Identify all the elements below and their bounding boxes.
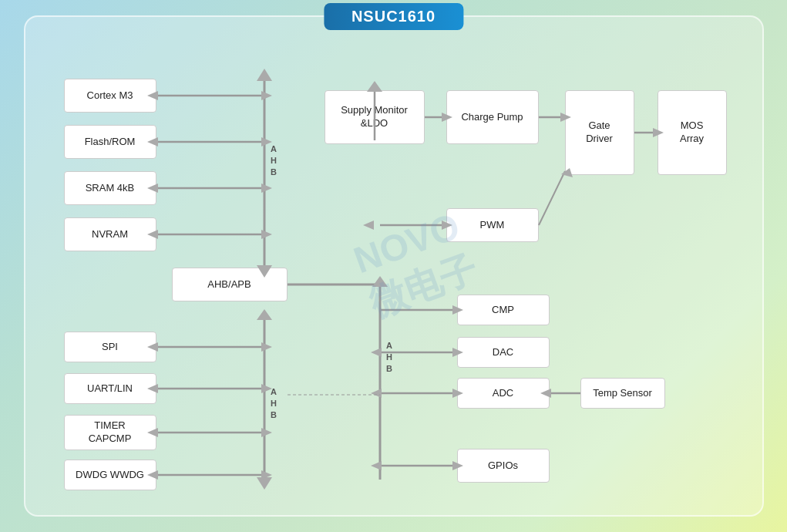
svg-text:A: A [271, 387, 277, 396]
temp-sensor-block: Temp Sensor [580, 378, 665, 409]
svg-marker-51 [371, 461, 382, 470]
timer-capcmp-block: TIMER CAPCMP [64, 415, 156, 450]
main-container: NSUC1610 NOVO微电子 Cortex M3 Flash/ROM SRA… [24, 15, 764, 517]
pwm-block: PWM [446, 208, 539, 242]
svg-text:B: B [271, 167, 277, 177]
svg-text:B: B [386, 364, 392, 373]
adc-block: ADC [457, 378, 550, 409]
svg-marker-8 [257, 69, 272, 81]
cmp-block: CMP [457, 295, 550, 325]
supply-monitor-block: Supply Monitor &LDO [325, 90, 425, 144]
svg-marker-26 [372, 276, 388, 287]
svg-line-38 [539, 171, 565, 225]
title-badge: NSUC1610 [324, 3, 463, 30]
sram-block: SRAM 4kB [64, 171, 156, 205]
svg-marker-61 [261, 342, 272, 352]
svg-marker-70 [261, 470, 272, 480]
nvram-block: NVRAM [64, 217, 156, 251]
svg-marker-11 [261, 91, 272, 100]
charge-pump-block: Charge Pump [446, 90, 539, 144]
svg-marker-17 [261, 184, 272, 193]
svg-marker-64 [261, 384, 272, 393]
svg-marker-20 [261, 230, 272, 239]
svg-marker-46 [371, 389, 382, 398]
dac-block: DAC [457, 337, 550, 368]
svg-text:A: A [386, 341, 392, 350]
svg-marker-36 [363, 221, 374, 230]
svg-marker-67 [261, 428, 272, 437]
svg-marker-58 [257, 477, 272, 490]
gpios-block: GPIOs [457, 449, 550, 483]
ahb-apb-block: AHB/APB [172, 268, 288, 301]
spi-block: SPI [64, 332, 156, 362]
svg-text:A: A [271, 144, 277, 153]
svg-text:H: H [271, 399, 277, 408]
svg-marker-57 [257, 309, 272, 320]
svg-marker-14 [261, 137, 272, 146]
svg-text:H: H [271, 156, 277, 165]
gate-driver-block: Gate Driver [565, 90, 634, 175]
flash-rom-block: Flash/ROM [64, 125, 156, 159]
svg-text:B: B [271, 410, 277, 419]
dwdg-wwdg-block: DWDG WWDG [64, 460, 156, 490]
svg-text:H: H [386, 352, 392, 362]
cortex-m3-block: Cortex M3 [64, 79, 156, 113]
mos-array-block: MOS Array [658, 90, 727, 175]
uart-lin-block: UART/LIN [64, 373, 156, 404]
svg-marker-43 [371, 348, 382, 357]
